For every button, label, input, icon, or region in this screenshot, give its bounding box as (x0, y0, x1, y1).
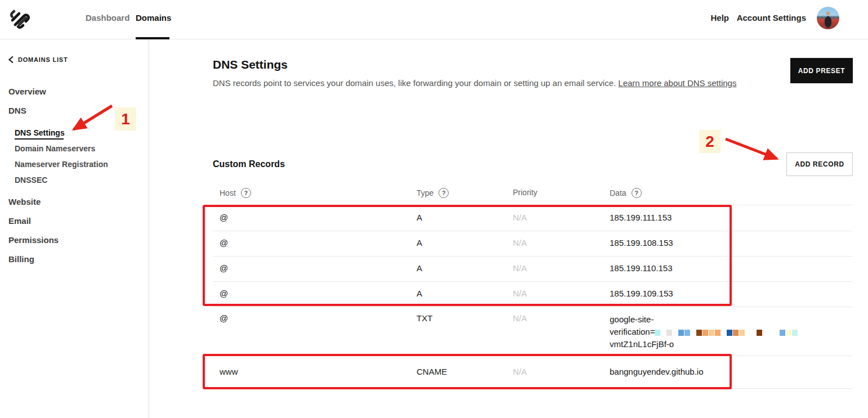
custom-records-title: Custom Records (213, 159, 285, 169)
help-link[interactable]: Help (710, 13, 729, 23)
column-header-priority: Priority (513, 188, 538, 197)
cell-type: A (417, 238, 422, 248)
cell-type: A (417, 263, 422, 273)
cell-data: 185.199.111.153 (610, 213, 672, 222)
avatar[interactable] (817, 7, 839, 29)
cell-type: A (417, 213, 422, 222)
column-header-host: Host ? (220, 188, 251, 198)
cell-host: @ (220, 289, 228, 298)
account-settings-link[interactable]: Account Settings (737, 13, 806, 23)
sidebar-item-website[interactable]: Website (8, 197, 41, 206)
sidebar: DOMAINS LIST Overview DNS DNS Settings D… (0, 39, 149, 418)
cell-host: @ (220, 313, 228, 323)
chevron-left-icon (8, 56, 14, 64)
sidebar-item-domain-nameservers[interactable]: Domain Nameservers (15, 144, 95, 153)
help-icon[interactable]: ? (241, 188, 251, 198)
table-row[interactable]: @ A N/A 185.199.109.153 (213, 281, 853, 307)
cell-priority: N/A (513, 367, 527, 376)
sidebar-item-billing[interactable]: Billing (8, 254, 34, 264)
cell-host: @ (220, 263, 228, 273)
learn-more-link[interactable]: Learn more about DNS settings (618, 78, 736, 88)
sidebar-item-overview[interactable]: Overview (8, 87, 46, 96)
cell-priority: N/A (513, 313, 527, 323)
table-row[interactable]: @ TXT N/A google-site- verification= vmt… (213, 307, 853, 356)
page-description: DNS records point to services your domai… (213, 77, 773, 89)
dns-settings-page: Dashboard Domains Help Account Settings … (0, 0, 868, 418)
arrow-to-add-record (726, 139, 777, 159)
column-header-type: Type ? (417, 188, 449, 198)
cell-priority: N/A (513, 263, 527, 273)
help-icon[interactable]: ? (632, 188, 642, 198)
page-title: DNS Settings (213, 58, 288, 71)
type-header-label: Type (417, 188, 433, 197)
active-item-underline (15, 138, 64, 140)
table-row[interactable]: @ A N/A 185.199.111.153 (213, 205, 853, 231)
cell-host: @ (220, 238, 228, 248)
txt-data-line: verification= (610, 326, 798, 338)
cell-data: google-site- verification= vmtZ1nL1cFjBf… (610, 313, 798, 350)
table-row[interactable]: @ A N/A 185.199.110.153 (213, 256, 853, 281)
redacted-pixels (655, 327, 798, 336)
tab-dashboard[interactable]: Dashboard (86, 13, 129, 23)
table-row[interactable]: www CNAME N/A bangnguyendev.github.io (213, 356, 853, 388)
cell-data: 185.199.109.153 (610, 289, 673, 298)
back-to-domains-list[interactable]: DOMAINS LIST (8, 56, 68, 64)
data-header-label: Data (610, 188, 627, 197)
sidebar-item-dns[interactable]: DNS (8, 106, 26, 115)
cell-data: 185.199.110.153 (610, 263, 673, 273)
cell-type: TXT (417, 313, 432, 323)
sidebar-item-nameserver-registration[interactable]: Nameserver Registration (15, 160, 108, 169)
sidebar-item-email[interactable]: Email (8, 216, 31, 226)
sidebar-item-dnssec[interactable]: DNSSEC (15, 176, 47, 185)
txt-data-line: google-site- (610, 313, 798, 326)
squarespace-logo-icon[interactable] (8, 8, 30, 30)
cell-host: @ (220, 213, 228, 222)
priority-header-label: Priority (513, 188, 538, 197)
description-text: DNS records point to services your domai… (213, 78, 618, 88)
cell-priority: N/A (513, 238, 527, 248)
table-row[interactable]: @ A N/A 185.199.108.153 (213, 231, 853, 256)
cell-type: A (417, 289, 422, 298)
cell-type: CNAME (417, 367, 447, 376)
cell-data: bangnguyendev.github.io (610, 367, 704, 376)
cell-data: 185.199.108.153 (610, 238, 673, 248)
tab-domains[interactable]: Domains (136, 13, 171, 23)
divider (213, 388, 853, 389)
cell-priority: N/A (513, 289, 527, 298)
add-record-button[interactable]: ADD RECORD (786, 152, 853, 176)
help-icon[interactable]: ? (439, 188, 449, 198)
cell-host: www (220, 367, 238, 376)
txt-data-line-text: verification= (610, 327, 655, 336)
column-header-data: Data ? (610, 188, 642, 198)
back-label: DOMAINS LIST (18, 56, 68, 63)
host-header-label: Host (220, 188, 236, 197)
cell-priority: N/A (513, 213, 527, 222)
sidebar-item-dns-settings[interactable]: DNS Settings (15, 128, 65, 137)
add-preset-button[interactable]: ADD PRESET (790, 58, 853, 83)
top-nav-bar: Dashboard Domains Help Account Settings (0, 0, 868, 39)
step-badge-2: 2 (699, 130, 721, 153)
sidebar-item-permissions[interactable]: Permissions (8, 235, 59, 245)
txt-data-line: vmtZ1nL1cFjBf-o (610, 338, 798, 350)
